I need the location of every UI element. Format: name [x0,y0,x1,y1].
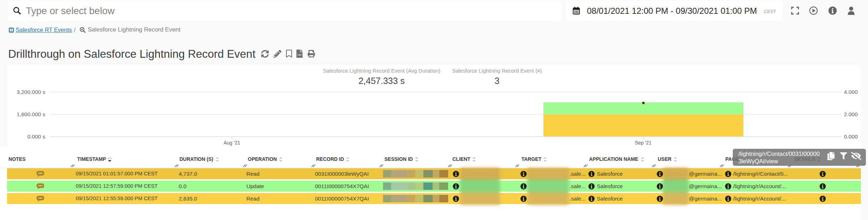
svg-text:CSV: CSV [297,54,302,56]
